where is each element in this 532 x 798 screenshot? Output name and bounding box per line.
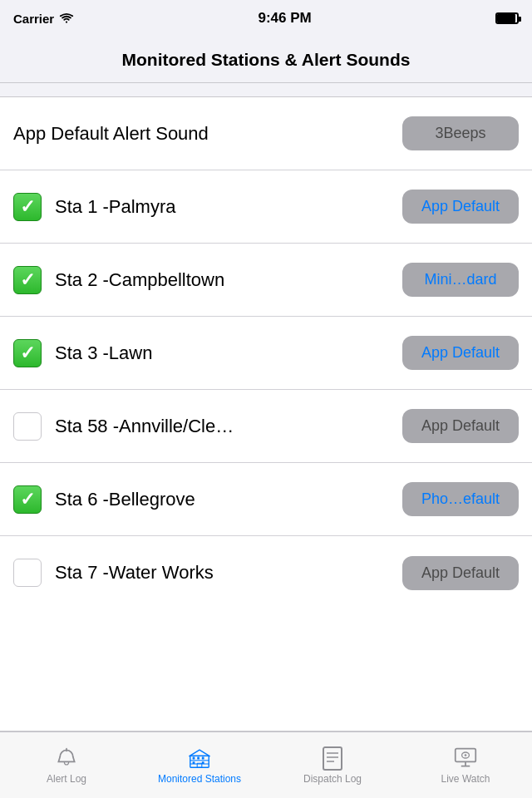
svg-rect-7 <box>193 761 195 764</box>
sound-button-sta3[interactable]: App Default <box>402 336 519 370</box>
tab-label-dispatch-log: Dispatch Log <box>303 773 362 785</box>
svg-rect-4 <box>193 756 195 759</box>
battery-container <box>495 12 519 24</box>
list-container: App Default Alert Sound3Beeps✓Sta 1 -Pal… <box>0 96 532 732</box>
checkmark-icon: ✓ <box>20 344 35 362</box>
svg-rect-5 <box>197 756 200 759</box>
sound-button-default-alert[interactable]: 3Beeps <box>402 116 519 150</box>
status-bar: Carrier 9:46 PM <box>0 0 532 37</box>
checkbox-sta7[interactable] <box>13 559 42 587</box>
item-label: Sta 2 -Campbelltown <box>55 269 224 291</box>
checkbox-sta1[interactable]: ✓ <box>13 193 42 221</box>
tab-label-live-watch: Live Watch <box>441 773 490 785</box>
sound-button-sta6[interactable]: Pho…efault <box>402 482 519 516</box>
checkbox-sta2[interactable]: ✓ <box>13 266 42 294</box>
tab-label-alert-log: Alert Log <box>47 773 86 785</box>
svg-point-16 <box>465 754 467 756</box>
checkbox-sta3[interactable]: ✓ <box>13 339 42 367</box>
wifi-icon <box>59 12 74 24</box>
item-left: Sta 7 -Water Works <box>13 559 214 587</box>
carrier-label: Carrier <box>13 12 74 26</box>
list-item[interactable]: Sta 58 -Annville/Cle…App Default <box>0 390 532 463</box>
status-time: 9:46 PM <box>258 10 311 27</box>
carrier-text: Carrier <box>13 12 54 26</box>
tab-dispatch-log[interactable]: Dispatch Log <box>266 732 399 798</box>
item-left: ✓Sta 2 -Campbelltown <box>13 266 224 294</box>
item-left: App Default Alert Sound <box>13 123 209 145</box>
sound-button-sta2[interactable]: Mini…dard <box>402 263 519 297</box>
item-label: Sta 6 -Bellegrove <box>55 489 195 510</box>
tab-bar: Alert Log Monitored Stations Dispatch Lo… <box>0 732 532 798</box>
list-item[interactable]: ✓Sta 6 -BellegrovePho…efault <box>0 463 532 536</box>
tab-alert-log[interactable]: Alert Log <box>0 732 133 798</box>
checkbox-sta6[interactable]: ✓ <box>13 485 42 514</box>
checkmark-icon: ✓ <box>20 490 35 509</box>
list-item[interactable]: App Default Alert Sound3Beeps <box>0 97 532 170</box>
checkmark-icon: ✓ <box>20 271 35 289</box>
battery-fill <box>497 14 515 22</box>
alert-log-icon <box>55 746 78 770</box>
nav-title: Monitored Stations & Alert Sounds <box>122 50 411 70</box>
item-left: ✓Sta 6 -Bellegrove <box>13 485 195 514</box>
sound-button-sta7[interactable]: App Default <box>402 556 519 590</box>
item-label: Sta 58 -Annville/Cle… <box>55 416 234 437</box>
item-label: Sta 1 -Palmyra <box>55 196 176 218</box>
list-item[interactable]: ✓Sta 2 -CampbelltownMini…dard <box>0 244 532 317</box>
checkbox-sta58[interactable] <box>13 412 42 441</box>
nav-bar: Monitored Stations & Alert Sounds <box>0 37 532 83</box>
item-left: Sta 58 -Annville/Cle… <box>13 412 234 441</box>
sound-button-sta58[interactable]: App Default <box>402 409 519 443</box>
checkmark-icon: ✓ <box>20 198 35 216</box>
tab-label-monitored-stations: Monitored Stations <box>158 773 241 785</box>
live-watch-icon <box>454 746 477 770</box>
item-label: Sta 7 -Water Works <box>55 562 214 584</box>
item-label: Sta 3 -Lawn <box>55 342 152 364</box>
list-item[interactable]: ✓Sta 1 -PalmyraApp Default <box>0 170 532 244</box>
tab-monitored-stations[interactable]: Monitored Stations <box>133 732 266 798</box>
svg-rect-6 <box>202 756 204 759</box>
list-item[interactable]: Sta 7 -Water WorksApp Default <box>0 536 532 609</box>
item-label: App Default Alert Sound <box>13 123 209 145</box>
sound-button-sta1[interactable]: App Default <box>402 190 519 224</box>
tab-live-watch[interactable]: Live Watch <box>399 732 532 798</box>
item-left: ✓Sta 1 -Palmyra <box>13 193 176 221</box>
item-left: ✓Sta 3 -Lawn <box>13 339 152 367</box>
list-item[interactable]: ✓Sta 3 -LawnApp Default <box>0 317 532 390</box>
svg-rect-10 <box>323 747 342 770</box>
battery-icon <box>495 12 519 24</box>
monitored-stations-icon <box>188 746 211 770</box>
dispatch-log-icon <box>321 746 344 770</box>
